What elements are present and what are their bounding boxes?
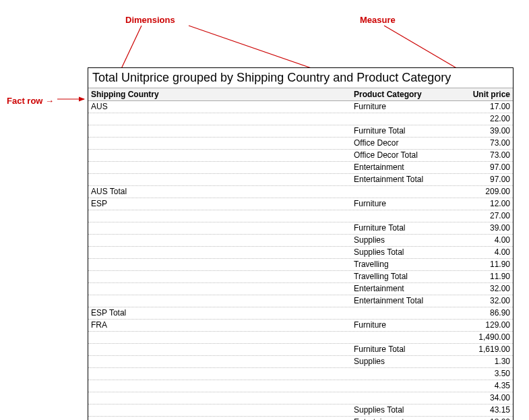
- cell-price: 1,490.00: [452, 332, 513, 343]
- fact-row-label: Fact row →: [7, 96, 54, 106]
- cell-category: [351, 380, 452, 392]
- cell-category: Furniture: [351, 101, 452, 113]
- table-row: 3.50: [88, 368, 513, 380]
- cell-country: AUS: [88, 101, 351, 113]
- table-row: Office Decor73.00: [88, 138, 513, 150]
- cell-category: Furniture Total: [351, 125, 452, 137]
- cell-country: [88, 380, 351, 392]
- cell-category: Furniture Total: [351, 344, 452, 355]
- cell-price: 17.00: [452, 101, 513, 113]
- cell-price: 73.00: [452, 150, 513, 161]
- cell-country: [88, 417, 351, 420]
- cell-country: [88, 271, 351, 282]
- cell-price: 1,619.00: [452, 344, 513, 355]
- table-row: ESP Total86.90: [88, 307, 513, 320]
- table-row: Supplies Total43.15: [88, 404, 513, 417]
- cell-price: 73.00: [452, 138, 513, 149]
- report-table: Total Unitprice grouped by Shipping Coun…: [88, 67, 514, 420]
- cell-category: Entertainment: [351, 283, 452, 295]
- table-row: Entertainment Total97.00: [88, 174, 513, 186]
- cell-country: [88, 247, 351, 258]
- cell-country: [88, 138, 351, 149]
- table-row: Entertainment Total32.00: [88, 295, 513, 307]
- cell-country: [88, 332, 351, 343]
- cell-price: 43.15: [452, 404, 513, 416]
- table-row: Supplies1.30: [88, 356, 513, 368]
- cell-category: Entertainment Total: [351, 174, 452, 185]
- table-row: 22.00: [88, 113, 513, 125]
- arrow-right-icon: →: [45, 96, 54, 106]
- measure-label: Measure: [360, 15, 396, 25]
- table-row: Travelling Total11.90: [88, 271, 513, 283]
- cell-country: [88, 222, 351, 234]
- cell-country: [88, 295, 351, 307]
- header-shipping-country: Shipping Country: [88, 88, 351, 100]
- cell-price: 3.50: [452, 368, 513, 380]
- cell-price: 32.00: [452, 295, 513, 307]
- table-row: AUS Total209.00: [88, 186, 513, 198]
- cell-country: ESP: [88, 198, 351, 210]
- table-row: ESPFurniture12.00: [88, 198, 513, 210]
- cell-category: Furniture: [351, 320, 452, 331]
- cell-country: [88, 125, 351, 137]
- cell-country: [88, 344, 351, 355]
- table-header-row: Shipping Country Product Category Unit p…: [88, 88, 513, 101]
- cell-country: [88, 235, 351, 246]
- table-row: Travelling11.90: [88, 259, 513, 271]
- cell-price: 12.00: [452, 198, 513, 210]
- cell-country: [88, 174, 351, 185]
- cell-price: 4.00: [452, 247, 513, 258]
- cell-price: 97.00: [452, 174, 513, 185]
- cell-price: 18.00: [452, 417, 513, 420]
- table-row: 1,490.00: [88, 332, 513, 344]
- cell-country: [88, 404, 351, 416]
- cell-price: 27.00: [452, 210, 513, 222]
- table-row: Entertainment97.00: [88, 162, 513, 174]
- cell-price: 22.00: [452, 113, 513, 125]
- cell-country: [88, 113, 351, 125]
- cell-price: 129.00: [452, 320, 513, 331]
- header-unit-price: Unit price: [452, 88, 513, 100]
- cell-price: 32.00: [452, 283, 513, 295]
- cell-category: Entertainment: [351, 162, 452, 173]
- cell-country: [88, 368, 351, 380]
- cell-category: Office Decor Total: [351, 150, 452, 161]
- cell-category: [351, 186, 452, 198]
- cell-country: [88, 392, 351, 404]
- cell-price: 39.00: [452, 222, 513, 234]
- cell-price: 97.00: [452, 162, 513, 173]
- cell-category: Supplies: [351, 356, 452, 367]
- cell-category: Furniture Total: [351, 222, 452, 234]
- cell-category: [351, 368, 452, 380]
- cell-price: 86.90: [452, 307, 513, 319]
- table-row: AUSFurniture17.00: [88, 101, 513, 113]
- cell-category: Entertainment: [351, 417, 452, 420]
- table-row: Office Decor Total73.00: [88, 150, 513, 162]
- cell-country: [88, 210, 351, 222]
- report-title: Total Unitprice grouped by Shipping Coun…: [88, 68, 513, 88]
- cell-category: Entertainment Total: [351, 295, 452, 307]
- cell-price: 11.90: [452, 259, 513, 270]
- header-product-category: Product Category: [351, 88, 452, 100]
- table-row: FRAFurniture129.00: [88, 320, 513, 332]
- cell-category: [351, 392, 452, 404]
- cell-country: ESP Total: [88, 307, 351, 319]
- cell-price: 11.90: [452, 271, 513, 282]
- cell-category: [351, 113, 452, 125]
- table-row: 27.00: [88, 210, 513, 222]
- cell-price: 4.35: [452, 380, 513, 392]
- cell-country: FRA: [88, 320, 351, 331]
- cell-category: [351, 307, 452, 319]
- cell-category: Supplies Total: [351, 404, 452, 416]
- table-body: AUSFurniture17.0022.00Furniture Total39.…: [88, 101, 513, 420]
- table-row: 4.35: [88, 380, 513, 392]
- cell-country: [88, 150, 351, 161]
- table-row: Furniture Total1,619.00: [88, 344, 513, 356]
- cell-category: Supplies: [351, 235, 452, 246]
- cell-country: [88, 283, 351, 295]
- cell-country: [88, 162, 351, 173]
- cell-category: [351, 210, 452, 222]
- table-row: 34.00: [88, 392, 513, 404]
- cell-country: [88, 259, 351, 270]
- cell-price: 1.30: [452, 356, 513, 367]
